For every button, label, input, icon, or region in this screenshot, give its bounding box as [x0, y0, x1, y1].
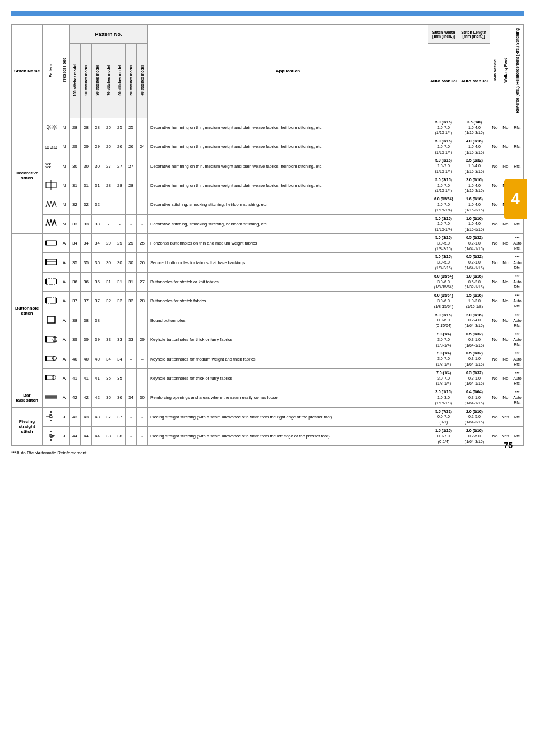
header-90: 90 stitches model — [81, 44, 92, 118]
table-row: A4141413535––Keyhole buttonholes for thi… — [12, 368, 524, 388]
reverse-cell: ***AutoRfc. — [511, 292, 524, 311]
pattern-num-n70: - — [103, 311, 114, 330]
walking-foot-cell: No — [500, 349, 511, 368]
stitch-width-cell: 7.0 (1/4)3.0-7.0(1/8-1/4) — [428, 368, 459, 388]
pattern-icon-cell — [43, 195, 59, 214]
group-name-cell: Buttonholestitch — [12, 234, 43, 388]
stitch-length-cell: 2.5 (3/32)1.5-4.0(1/16-3/16) — [459, 156, 490, 176]
header-presser-foot: Presser Foot — [59, 25, 70, 118]
twin-needle-cell: No — [490, 118, 500, 137]
pattern-num-n50: 33 — [126, 330, 137, 349]
svg-rect-12 — [46, 279, 56, 284]
presser-foot-cell: N — [59, 176, 70, 195]
pattern-num-n40: 25 — [137, 234, 148, 253]
svg-rect-28 — [45, 396, 57, 398]
pattern-num-n60: - — [114, 311, 126, 330]
application-cell: Keyhole buttonholes for thick or furry f… — [148, 330, 428, 349]
pattern-num-n100: 40 — [70, 349, 81, 368]
stitch-length-cell: 0.5 (1/32)0.2-1.0(1/64-1/16) — [459, 253, 490, 272]
twin-needle-cell: No — [490, 292, 500, 311]
application-cell: Horizontal buttonholes on thin and mediu… — [148, 234, 428, 253]
application-cell: Secured buttonholes for fabrics that hav… — [148, 253, 428, 272]
pattern-num-n80: 44 — [92, 426, 103, 445]
stitch-length-cell: 0.5 (1/32)0.3-1.0(1/64-1/16) — [459, 368, 490, 388]
pattern-num-n90: 38 — [81, 311, 92, 330]
stitch-width-cell: 5.5 (7/32)0.0-7.0(0-1) — [428, 407, 459, 426]
pattern-num-n80: 38 — [92, 311, 103, 330]
table-row: N323232----Decorative stitching, smockin… — [12, 195, 524, 214]
header-sw-sub: Auto Manual — [428, 44, 459, 118]
pattern-num-n80: 42 — [92, 388, 103, 407]
header-40: 40 stitches model — [137, 44, 148, 118]
pattern-num-n60: 30 — [114, 253, 126, 272]
walking-foot-cell: No — [500, 388, 511, 407]
pattern-num-n90: 31 — [81, 176, 92, 195]
pattern-num-n40: - — [137, 407, 148, 426]
reverse-cell: Rfc. — [511, 156, 524, 176]
pattern-num-n50: - — [126, 407, 137, 426]
pattern-num-n50: 26 — [126, 137, 137, 156]
pattern-num-n70: 30 — [103, 253, 114, 272]
pattern-num-n60: - — [114, 214, 126, 233]
pattern-num-n60: 32 — [114, 292, 126, 311]
pattern-num-n50: 34 — [126, 388, 137, 407]
svg-text:P: P — [52, 414, 54, 420]
stitch-length-cell: 1.5 (1/16)1.0-3.0(1/16-1/8) — [459, 292, 490, 311]
pattern-icon-cell — [43, 330, 59, 349]
stitch-width-cell: 6.0 (15/64)1.5-7.0(1/16-1/4) — [428, 195, 459, 214]
pattern-icon-cell — [43, 234, 59, 253]
pattern-num-n50: 30 — [126, 253, 137, 272]
pattern-num-n80: 37 — [92, 292, 103, 311]
twin-needle-cell: No — [490, 330, 500, 349]
pattern-num-n100: 28 — [70, 118, 81, 137]
stitch-length-cell: 0.5 (1/32)0.3-1.0(1/64-1/16) — [459, 349, 490, 368]
pattern-icon-cell: P — [43, 407, 59, 426]
pattern-num-n80: 29 — [92, 137, 103, 156]
pattern-num-n90: 42 — [81, 388, 92, 407]
application-cell: Decorative stitching, smocking stitching… — [148, 195, 428, 214]
chapter-number: 4 — [511, 190, 520, 208]
reverse-cell: ***AutoRfc. — [511, 349, 524, 368]
pattern-num-n100: 37 — [70, 292, 81, 311]
pattern-icon-cell: P — [43, 426, 59, 445]
stitch-width-cell: 5.0 (3/16)1.5-7.0(1/16-1/4) — [428, 137, 459, 156]
pattern-num-n60: 31 — [114, 272, 126, 291]
twin-needle-cell: No — [490, 272, 500, 291]
pattern-num-n100: 36 — [70, 272, 81, 291]
reverse-cell: Rfc. — [511, 426, 524, 445]
pattern-num-n60: 35 — [114, 368, 126, 388]
pattern-num-n90: 36 — [81, 272, 92, 291]
table-row: ⁑⁑N303030272727–Decorative hemming on th… — [12, 156, 524, 176]
pattern-num-n100: 34 — [70, 234, 81, 253]
svg-text:P: P — [52, 434, 54, 439]
pattern-num-n70: 31 — [103, 272, 114, 291]
group-name-cell: Decorativestitch — [12, 118, 43, 233]
pattern-num-n60: 29 — [114, 234, 126, 253]
page-number: 75 — [504, 441, 513, 450]
walking-foot-cell: No — [500, 330, 511, 349]
pattern-num-n70: 27 — [103, 156, 114, 176]
pattern-num-n50: 25 — [126, 118, 137, 137]
pattern-num-n70: 32 — [103, 292, 114, 311]
presser-foot-cell: N — [59, 156, 70, 176]
pattern-num-n70: - — [103, 195, 114, 214]
pattern-num-n60: 26 — [114, 137, 126, 156]
pattern-num-n40: - — [137, 426, 148, 445]
walking-foot-cell: No — [500, 156, 511, 176]
header-pattern-no: Pattern No. — [70, 25, 148, 44]
pattern-num-n40: – — [137, 349, 148, 368]
stitch-width-cell: 5.0 (3/16)0.0-6.0(0-15/64) — [428, 311, 459, 330]
stitch-width-cell: 7.0 (1/4)3.0-7.0(1/8-1/4) — [428, 349, 459, 368]
walking-foot-cell: No — [500, 137, 511, 156]
pattern-num-n70: - — [103, 214, 114, 233]
twin-needle-cell: No — [490, 388, 500, 407]
application-cell: Decorative hemming on thin, medium weigh… — [148, 176, 428, 195]
pattern-num-n60: 38 — [114, 426, 126, 445]
pattern-num-n70: 33 — [103, 330, 114, 349]
table-row: Bartack stitchA42424236363430Reinforcing… — [12, 388, 524, 407]
pattern-num-n70: 36 — [103, 388, 114, 407]
presser-foot-cell: N — [59, 195, 70, 214]
pattern-icon-cell — [43, 388, 59, 407]
header-reverse: Reverse (Rfc.)/ Reinforcement (Rfc.) Sti… — [511, 25, 524, 118]
reverse-cell: ***AutoRfc. — [511, 330, 524, 349]
